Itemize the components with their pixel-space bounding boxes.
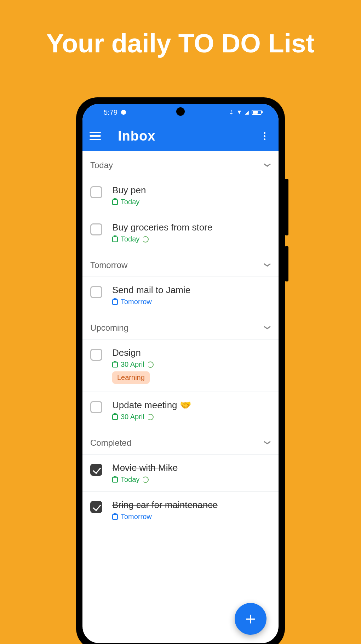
calendar-icon [112,514,118,520]
task-row[interactable]: Update meeting 🤝 30 April [82,392,279,429]
section-label: Completed [90,438,131,448]
calendar-icon [112,236,118,242]
task-meta: Tomorrow [112,513,271,521]
camera-hole-icon [176,107,185,116]
task-title: Update meeting 🤝 [112,400,271,411]
task-row[interactable]: Design 30 April Learning [82,339,279,392]
task-meta: 30 April [112,360,271,369]
phone-frame: 5:79 ⇣ ▼ ◢ Inbox Today [76,97,285,644]
calendar-icon [112,477,118,483]
page-title: Inbox [118,129,257,144]
status-app-icon [121,110,126,115]
task-title: Buy groceries from store [112,222,271,233]
repeat-icon [142,477,149,483]
calendar-icon [112,299,118,305]
task-checkbox-checked[interactable] [90,501,102,513]
task-row[interactable]: Buy groceries from store Today [82,214,279,251]
calendar-icon [112,199,118,205]
task-title: Bring car for maintenance [112,500,271,511]
battery-icon [252,110,262,115]
section-label: Today [90,160,113,170]
task-row[interactable]: Buy pen Today [82,177,279,214]
signal-icon: ◢ [245,109,249,115]
task-row[interactable]: Movie with Mike Today [82,454,279,491]
section-label: Upcoming [90,323,128,333]
task-meta: Tomorrow [112,298,271,306]
task-title: Design [112,347,271,358]
screen: 5:79 ⇣ ▼ ◢ Inbox Today [82,104,279,643]
phone-side-buttons [285,179,288,292]
task-title: Movie with Mike [112,462,271,473]
add-task-button[interactable]: + [235,603,267,635]
section-label: Tomorrow [90,260,127,270]
repeat-icon [147,414,154,420]
calendar-icon [112,414,118,420]
task-title: Buy pen [112,185,271,196]
task-meta: Today [112,475,271,484]
task-checkbox[interactable] [90,349,102,361]
task-row[interactable]: Send mail to Jamie Tomorrow [82,277,279,314]
calendar-icon [112,362,118,367]
menu-icon[interactable] [90,129,104,143]
chevron-down-icon [264,263,271,267]
chevron-down-icon [264,441,271,445]
section-header-tomorrow[interactable]: Tomorrow [82,251,279,277]
section-header-completed[interactable]: Completed [82,429,279,454]
more-icon[interactable] [257,129,271,143]
task-title: Send mail to Jamie [112,285,271,296]
promo-title: Your daily TO DO List [0,0,361,58]
chevron-down-icon [264,163,271,167]
task-meta: Today [112,235,271,243]
app-bar: Inbox [82,121,279,151]
download-icon: ⇣ [229,109,234,116]
task-checkbox[interactable] [90,401,102,413]
task-row[interactable]: Bring car for maintenance Tomorrow [82,491,279,529]
task-checkbox[interactable] [90,286,102,298]
task-checkbox[interactable] [90,186,102,198]
chevron-down-icon [264,326,271,330]
task-checkbox-checked[interactable] [90,464,102,476]
status-time: 5:79 [104,108,118,116]
task-meta: 30 April [112,413,271,421]
section-header-today[interactable]: Today [82,151,279,177]
repeat-icon [142,236,149,243]
repeat-icon [147,361,154,368]
task-checkbox[interactable] [90,223,102,235]
task-tag[interactable]: Learning [112,371,150,384]
task-meta: Today [112,198,271,206]
section-header-upcoming[interactable]: Upcoming [82,314,279,339]
wifi-icon: ▼ [236,109,242,115]
task-list: Today Buy pen Today Buy groceries from s… [82,151,279,529]
